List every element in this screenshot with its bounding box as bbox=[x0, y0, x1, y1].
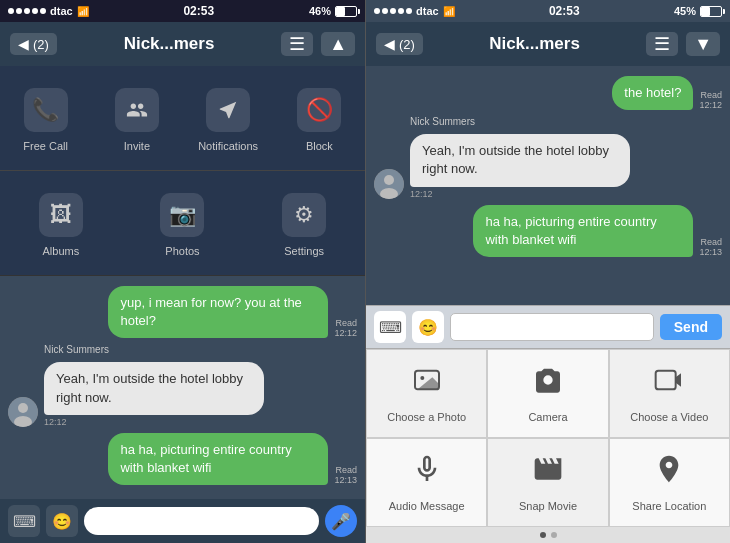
right-down-button[interactable]: ▼ bbox=[686, 32, 720, 56]
menu-item-notifications[interactable]: Notifications bbox=[183, 76, 274, 160]
left-keyboard-icon[interactable]: ⌨ bbox=[8, 505, 40, 537]
menu-item-block[interactable]: 🚫 Block bbox=[274, 76, 365, 160]
left-time-2: 12:12 bbox=[44, 417, 264, 427]
block-label: Block bbox=[306, 140, 333, 152]
photos-label: Photos bbox=[165, 245, 199, 257]
left-battery-icon bbox=[335, 6, 357, 17]
invite-icon bbox=[115, 88, 159, 132]
left-msg-row-1: Read12:12 yup, i mean for now? you at th… bbox=[8, 286, 357, 338]
right-nav-title: Nick...mers bbox=[431, 34, 638, 54]
right-bubble-1: the hotel? bbox=[612, 76, 693, 110]
menu-item-free-call[interactable]: 📞 Free Call bbox=[0, 76, 91, 160]
right-back-label: (2) bbox=[399, 37, 415, 52]
choose-video-label: Choose a Video bbox=[630, 411, 708, 423]
svg-rect-8 bbox=[656, 371, 676, 390]
left-read-1: Read12:12 bbox=[334, 318, 357, 338]
menu-item-albums[interactable]: 🖼 Albums bbox=[0, 181, 122, 265]
right-sender-name-2: Nick Summers bbox=[410, 116, 722, 127]
menu-item-settings[interactable]: ⚙ Settings bbox=[243, 181, 365, 265]
left-msg-text-2: Yeah, I'm outside the hotel lobby right … bbox=[56, 371, 243, 404]
camera-label: Camera bbox=[528, 411, 567, 423]
right-msg-row-1: Read12:12 the hotel? bbox=[374, 76, 722, 110]
block-icon: 🚫 bbox=[297, 88, 341, 132]
right-sticker-icon[interactable]: 😊 bbox=[412, 311, 444, 343]
albums-label: Albums bbox=[42, 245, 79, 257]
right-carrier: dtac bbox=[416, 5, 439, 17]
right-time: 02:53 bbox=[549, 4, 580, 18]
media-item-camera[interactable]: Camera bbox=[487, 349, 608, 438]
audio-message-icon bbox=[411, 453, 443, 492]
media-item-snap-movie[interactable]: Snap Movie bbox=[487, 438, 608, 527]
left-msg-row-3: Read12:13 ha ha, picturing entire countr… bbox=[8, 433, 357, 485]
left-status-bar: dtac 📶 02:53 46% bbox=[0, 0, 365, 22]
settings-label: Settings bbox=[284, 245, 324, 257]
right-nav-bar: ◀ (2) Nick...mers ☰ ▼ bbox=[366, 22, 730, 66]
right-battery-pct: 45% bbox=[674, 5, 696, 17]
menu-item-invite[interactable]: Invite bbox=[91, 76, 182, 160]
right-status-bar: dtac 📶 02:53 45% bbox=[366, 0, 730, 22]
left-avatar-2 bbox=[8, 397, 38, 427]
share-location-label: Share Location bbox=[632, 500, 706, 512]
right-read-3: Read12:13 bbox=[699, 237, 722, 257]
left-up-button[interactable]: ▲ bbox=[321, 32, 355, 56]
left-sticker-icon[interactable]: 😊 bbox=[46, 505, 78, 537]
left-back-button[interactable]: ◀ (2) bbox=[10, 33, 57, 55]
right-keyboard-icon[interactable]: ⌨ bbox=[374, 311, 406, 343]
right-wifi-icon: 📶 bbox=[443, 6, 455, 17]
signal-dots bbox=[8, 8, 46, 14]
send-button[interactable]: Send bbox=[660, 314, 722, 340]
audio-message-label: Audio Message bbox=[389, 500, 465, 512]
right-back-arrow: ◀ bbox=[384, 36, 395, 52]
free-call-label: Free Call bbox=[23, 140, 68, 152]
free-call-icon: 📞 bbox=[24, 88, 68, 132]
right-menu-button[interactable]: ☰ bbox=[646, 32, 678, 56]
invite-label: Invite bbox=[124, 140, 150, 152]
media-item-choose-photo[interactable]: Choose a Photo bbox=[366, 349, 487, 438]
right-panel: dtac 📶 02:53 45% ◀ (2) Nick...mers ☰ ▼ R… bbox=[366, 0, 730, 543]
left-back-arrow: ◀ bbox=[18, 36, 29, 52]
camera-icon bbox=[532, 364, 564, 403]
left-chat-area: Read12:12 yup, i mean for now? you at th… bbox=[0, 276, 365, 499]
left-mic-button[interactable]: 🎤 bbox=[325, 505, 357, 537]
choose-photo-label: Choose a Photo bbox=[387, 411, 466, 423]
svg-point-4 bbox=[384, 175, 394, 185]
left-message-input[interactable] bbox=[84, 507, 319, 535]
choose-photo-icon bbox=[411, 364, 443, 403]
share-location-icon bbox=[653, 453, 685, 492]
left-sender-name-2: Nick Summers bbox=[44, 344, 357, 355]
photos-icon: 📷 bbox=[160, 193, 204, 237]
left-nav-bar: ◀ (2) Nick...mers ☰ ▲ bbox=[0, 22, 365, 66]
snap-movie-label: Snap Movie bbox=[519, 500, 577, 512]
left-menu-grid-1: 📞 Free Call Invite Notifications 🚫 Block bbox=[0, 66, 365, 171]
right-chat-area: Read12:12 the hotel? Nick Summers Yeah, … bbox=[366, 66, 730, 305]
left-msg-text-3: ha ha, picturing entire country with bla… bbox=[120, 442, 291, 475]
right-avatar-2 bbox=[374, 169, 404, 199]
menu-item-photos[interactable]: 📷 Photos bbox=[122, 181, 244, 265]
dot-2 bbox=[551, 532, 557, 538]
media-item-audio-message[interactable]: Audio Message bbox=[366, 438, 487, 527]
right-back-button[interactable]: ◀ (2) bbox=[376, 33, 423, 55]
right-bubble-3: ha ha, picturing entire country with bla… bbox=[473, 205, 693, 257]
left-nav-title: Nick...mers bbox=[65, 34, 273, 54]
left-menu-button[interactable]: ☰ bbox=[281, 32, 313, 56]
media-item-share-location[interactable]: Share Location bbox=[609, 438, 730, 527]
left-msg-text-1: yup, i mean for now? you at the hotel? bbox=[120, 295, 301, 328]
dot-1 bbox=[540, 532, 546, 538]
right-message-input[interactable] bbox=[450, 313, 654, 341]
dots-bar bbox=[366, 527, 730, 543]
choose-video-icon bbox=[653, 364, 685, 403]
right-msg-row-2: Yeah, I'm outside the hotel lobby right … bbox=[374, 134, 722, 198]
media-item-choose-video[interactable]: Choose a Video bbox=[609, 349, 730, 438]
right-msg-text-3: ha ha, picturing entire country with bla… bbox=[485, 214, 656, 247]
left-time: 02:53 bbox=[183, 4, 214, 18]
right-signal-dots bbox=[374, 8, 412, 14]
settings-icon: ⚙ bbox=[282, 193, 326, 237]
right-read-label-1: Read12:12 bbox=[699, 90, 722, 110]
left-carrier: dtac bbox=[50, 5, 73, 17]
media-panel: Choose a Photo Camera Choose a Video Aud… bbox=[366, 349, 730, 527]
left-bubble-2: Yeah, I'm outside the hotel lobby right … bbox=[44, 362, 264, 414]
right-msg-text-2: Yeah, I'm outside the hotel lobby right … bbox=[422, 143, 609, 176]
right-time-2: 12:12 bbox=[410, 189, 630, 199]
right-msg-text-1: the hotel? bbox=[624, 85, 681, 100]
left-read-label-3: Read12:13 bbox=[334, 465, 357, 485]
